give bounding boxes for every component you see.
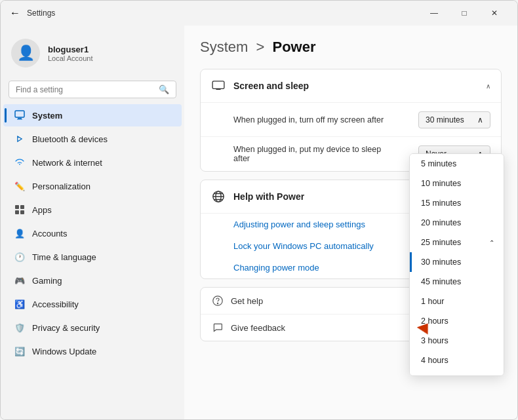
feedback-icon (211, 321, 224, 334)
get-help-label: Get help (231, 296, 263, 306)
clock-icon: 🕐 (14, 251, 26, 263)
sidebar-item-accounts-label: Accounts (32, 229, 67, 239)
game-icon: 🎮 (14, 275, 26, 286)
screen-dropdown-value: 30 minutes (426, 115, 464, 124)
sidebar-item-apps[interactable]: Apps (3, 199, 182, 221)
sidebar-item-accessibility[interactable]: ♿ Accessibility (3, 293, 182, 315)
sidebar-item-privacy-label: Privacy & security (32, 323, 100, 333)
sidebar-item-system-label: System (32, 111, 62, 121)
svg-rect-3 (15, 205, 19, 209)
plugged-screen-row: When plugged in, turn off my screen afte… (201, 103, 501, 137)
breadcrumb-system: System (200, 39, 248, 55)
titlebar-title: Settings (27, 9, 414, 18)
user-subtitle: Local Account (48, 54, 93, 62)
breadcrumb-current: Power (272, 39, 315, 55)
monitor-icon (14, 109, 26, 121)
sidebar-item-windows-update[interactable]: 🔄 Windows Update (3, 340, 182, 362)
avatar: 👤 (11, 39, 40, 67)
svg-rect-4 (20, 205, 24, 209)
svg-rect-6 (20, 210, 24, 214)
dropdown-option-4[interactable]: 25 minutes⌃ (410, 233, 504, 252)
sidebar-item-windows-update-label: Windows Update (32, 347, 96, 356)
user-section: 👤 bloguser1 Local Account (1, 31, 184, 78)
shield-icon: 🛡️ (14, 322, 26, 334)
dropdown-option-10[interactable]: 4 hours (410, 351, 504, 370)
dropdown-option-3[interactable]: 20 minutes (410, 213, 504, 233)
maximize-button[interactable]: □ (449, 3, 479, 24)
sidebar-item-time[interactable]: 🕐 Time & language (3, 246, 182, 268)
plugged-sleep-label: When plugged in, put my device to sleep … (233, 145, 397, 163)
search-input[interactable] (16, 85, 153, 94)
page-header: System > Power (200, 39, 502, 56)
window-controls: — □ ✕ (419, 3, 509, 24)
chevron-down-icon: ∧ (477, 115, 483, 124)
sidebar: 👤 bloguser1 Local Account 🔍 System (1, 26, 184, 419)
svg-point-16 (217, 303, 218, 303)
sidebar-item-gaming-label: Gaming (32, 276, 62, 286)
chevron-icon: ⌃ (489, 239, 494, 246)
content-area: 👤 bloguser1 Local Account 🔍 System (1, 26, 517, 419)
screen-sleep-header[interactable]: Screen and sleep ∧ (201, 69, 501, 103)
sidebar-item-network[interactable]: Network & internet (3, 151, 182, 174)
sidebar-item-personalization-label: Personalization (32, 181, 90, 191)
dropdown-option-6[interactable]: 45 minutes (410, 272, 504, 292)
sidebar-item-gaming[interactable]: 🎮 Gaming (3, 269, 182, 292)
brush-icon: ✏️ (14, 180, 26, 192)
sidebar-item-bluetooth-label: Bluetooth & devices (32, 134, 108, 144)
main-content: System > Power Screen and sleep ∧ (184, 26, 517, 419)
svg-rect-2 (17, 119, 22, 120)
screen-icon (211, 79, 226, 93)
sidebar-item-system[interactable]: System (3, 104, 182, 126)
dropdown-option-5[interactable]: 30 minutes (410, 252, 504, 272)
settings-window: ← Settings — □ ✕ 👤 bloguser1 Local Accou… (0, 0, 518, 420)
refresh-icon: 🔄 (14, 345, 26, 357)
sidebar-item-network-label: Network & internet (32, 158, 102, 168)
dropdown-option-2[interactable]: 15 minutes (410, 193, 504, 213)
user-info: bloguser1 Local Account (48, 45, 93, 62)
svg-rect-5 (15, 210, 19, 214)
sidebar-item-time-label: Time & language (32, 252, 96, 262)
svg-rect-0 (15, 111, 24, 117)
dropdown-option-1[interactable]: 10 minutes (410, 174, 504, 193)
screen-sleep-title: Screen and sleep (233, 81, 309, 91)
sidebar-item-apps-label: Apps (32, 205, 52, 215)
grid-icon (14, 204, 26, 216)
help-icon (211, 294, 224, 307)
titlebar: ← Settings — □ ✕ (1, 1, 517, 26)
minimize-button[interactable]: — (419, 3, 449, 24)
breadcrumb-sep: > (256, 39, 264, 55)
sidebar-item-accessibility-label: Accessibility (32, 299, 79, 309)
back-button[interactable]: ← (9, 7, 22, 20)
accessibility-icon: ♿ (14, 298, 26, 310)
plugged-screen-label: When plugged in, turn off my screen afte… (233, 115, 384, 124)
dropdown-option-11[interactable]: 5 hours (410, 370, 504, 376)
sidebar-item-bluetooth[interactable]: Bluetooth & devices (3, 128, 182, 150)
svg-rect-1 (18, 118, 22, 119)
bluetooth-icon (14, 133, 26, 145)
sidebar-item-personalization[interactable]: ✏️ Personalization (3, 175, 182, 197)
sidebar-item-privacy[interactable]: 🛡️ Privacy & security (3, 316, 182, 339)
help-power-title: Help with Power (233, 191, 304, 202)
svg-rect-7 (212, 81, 224, 89)
search-box[interactable]: 🔍 (9, 81, 176, 98)
screen-dropdown-trigger[interactable]: 30 minutes ∧ (418, 111, 490, 128)
screen-time-dropdown[interactable]: 5 minutes10 minutes15 minutes20 minutes2… (409, 153, 504, 376)
person-icon: 👤 (14, 227, 26, 239)
dropdown-option-0[interactable]: 5 minutes (410, 154, 504, 174)
wifi-icon (14, 157, 26, 168)
give-feedback-label: Give feedback (231, 323, 285, 333)
dropdown-option-7[interactable]: 1 hour (410, 292, 504, 311)
close-button[interactable]: ✕ (479, 3, 509, 24)
search-icon: 🔍 (159, 85, 169, 94)
user-name: bloguser1 (48, 45, 93, 54)
sidebar-item-accounts[interactable]: 👤 Accounts (3, 222, 182, 244)
globe-icon (211, 189, 226, 204)
chevron-up-icon: ∧ (486, 83, 490, 90)
